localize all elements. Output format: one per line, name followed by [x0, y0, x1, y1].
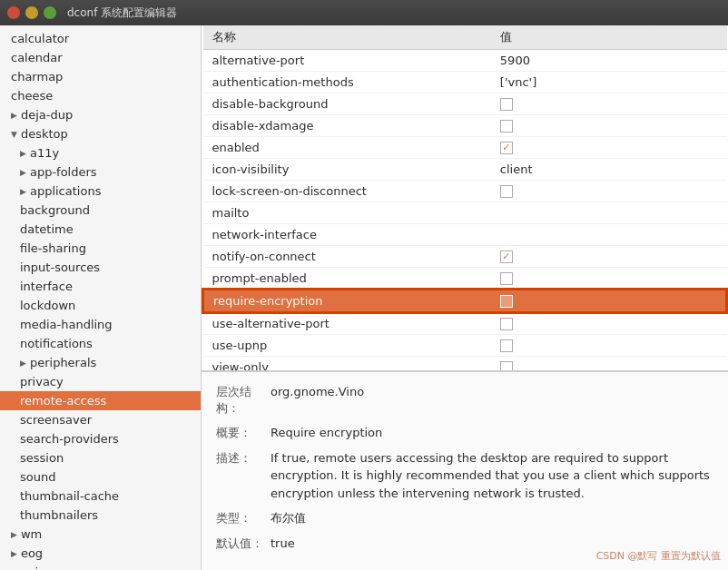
checkbox[interactable]: ✓ — [500, 142, 513, 154]
col-name-header: 名称 — [203, 25, 491, 50]
sidebar-label-screensaver: screensaver — [20, 413, 92, 427]
sidebar-item-sound[interactable]: sound — [0, 467, 201, 486]
sidebar-item-media-handling[interactable]: media-handling — [0, 315, 201, 334]
sidebar-item-evince[interactable]: evince — [0, 563, 201, 570]
sidebar-item-calculator[interactable]: calculator — [0, 29, 201, 48]
sidebar-item-screensaver[interactable]: screensaver — [0, 410, 201, 429]
checkbox[interactable] — [500, 339, 513, 352]
close-button[interactable] — [7, 6, 20, 19]
checkbox[interactable] — [500, 185, 513, 198]
table-row[interactable]: alternative-port5900 — [203, 50, 727, 72]
type-label: 类型： — [216, 509, 271, 526]
setting-value — [491, 115, 727, 137]
table-row[interactable]: icon-visibilityclient — [203, 159, 727, 181]
checkbox[interactable]: ✓ — [500, 251, 513, 263]
description-row: 描述： If true, remote users accessing the … — [216, 449, 713, 503]
sidebar-label-calculator: calculator — [11, 32, 69, 45]
table-row[interactable]: use-alternative-port — [203, 312, 727, 335]
setting-key: prompt-enabled — [203, 268, 491, 290]
checkbox-cell — [500, 361, 718, 372]
table-row[interactable]: network-interface — [203, 224, 727, 246]
setting-value — [491, 202, 727, 224]
table-row[interactable]: prompt-enabled — [203, 268, 727, 290]
sidebar-item-cheese[interactable]: cheese — [0, 86, 201, 105]
sidebar-label-thumbnailers: thumbnailers — [20, 508, 98, 522]
setting-key: use-alternative-port — [203, 312, 491, 335]
sidebar-item-wm[interactable]: wm — [0, 525, 201, 544]
checkbox-cell — [500, 295, 716, 308]
sidebar-item-charmap[interactable]: charmap — [0, 67, 201, 86]
sidebar-item-privacy[interactable]: privacy — [0, 372, 201, 391]
description-label: 描述： — [216, 449, 271, 467]
sidebar-item-interface[interactable]: interface — [0, 277, 201, 296]
sidebar-label-a11y: a11y — [30, 146, 59, 160]
sidebar-item-background[interactable]: background — [0, 201, 201, 220]
checkbox-cell: ✓ — [500, 251, 718, 263]
summary-row: 概要： Require encryption — [216, 424, 713, 442]
sidebar-item-desktop[interactable]: desktop — [0, 124, 201, 143]
setting-value: ['vnc'] — [491, 72, 727, 93]
summary-value: Require encryption — [271, 424, 713, 442]
sidebar-item-thumbnailers[interactable]: thumbnailers — [0, 506, 201, 525]
sidebar-label-calendar: calendar — [11, 51, 63, 64]
sidebar-item-input-sources[interactable]: input-sources — [0, 258, 201, 277]
sidebar-item-session[interactable]: session — [0, 448, 201, 467]
sidebar-label-privacy: privacy — [20, 375, 64, 388]
table-row[interactable]: mailto — [203, 202, 727, 224]
default-label: 默认值： — [216, 535, 271, 552]
checkbox[interactable] — [500, 318, 513, 330]
checkbox[interactable] — [500, 361, 513, 372]
setting-value: ✓ — [491, 246, 727, 268]
detail-area: 层次结构： org.gnome.Vino 概要： Require encrypt… — [202, 371, 728, 570]
sidebar-label-wm: wm — [21, 527, 42, 541]
sidebar-item-applications[interactable]: applications — [0, 182, 201, 201]
sidebar-item-datetime[interactable]: datetime — [0, 220, 201, 239]
sidebar-item-file-sharing[interactable]: file-sharing — [0, 239, 201, 258]
setting-value: ✓ — [491, 137, 727, 159]
sidebar-item-peripherals[interactable]: peripherals — [0, 353, 201, 372]
setting-key: disable-xdamage — [203, 115, 491, 137]
maximize-button[interactable] — [44, 6, 56, 19]
sidebar-item-notifications[interactable]: notifications — [0, 334, 201, 353]
table-row[interactable]: lock-screen-on-disconnect — [203, 181, 727, 202]
sidebar-label-charmap: charmap — [11, 70, 63, 84]
setting-key: alternative-port — [203, 50, 491, 72]
hierarchy-value: org.gnome.Vino — [271, 383, 713, 401]
sidebar-item-calendar[interactable]: calendar — [0, 48, 201, 67]
table-row[interactable]: authentication-methods['vnc'] — [203, 72, 727, 93]
table-row[interactable]: view-only — [203, 357, 727, 372]
checkbox[interactable] — [500, 120, 513, 133]
setting-key: require-encryption — [203, 290, 491, 312]
hierarchy-label: 层次结构： — [216, 383, 271, 417]
setting-value — [491, 335, 727, 357]
sidebar-item-eog[interactable]: eog — [0, 544, 201, 563]
sidebar-label-cheese: cheese — [11, 89, 53, 103]
summary-label: 概要： — [216, 424, 271, 441]
checkbox[interactable] — [500, 272, 513, 285]
sidebar-item-deja-dup[interactable]: deja-dup — [0, 105, 201, 124]
table-row[interactable]: enabled✓ — [203, 137, 727, 159]
checkbox[interactable] — [500, 98, 513, 111]
sidebar-item-app-folders[interactable]: app-folders — [0, 162, 201, 182]
sidebar-item-a11y[interactable]: a11y — [0, 143, 201, 162]
col-value-header: 值 — [491, 25, 727, 50]
sidebar-label-thumbnail-cache: thumbnail-cache — [20, 489, 119, 503]
sidebar-item-search-providers[interactable]: search-providers — [0, 429, 201, 448]
table-row[interactable]: disable-xdamage — [203, 115, 727, 137]
table-row[interactable]: disable-background — [203, 93, 727, 115]
minimize-button[interactable] — [25, 6, 38, 19]
table-row[interactable]: use-upnp — [203, 335, 727, 357]
sidebar-item-thumbnail-cache[interactable]: thumbnail-cache — [0, 486, 201, 506]
checkbox-cell — [500, 120, 718, 133]
sidebar-item-lockdown[interactable]: lockdown — [0, 296, 201, 315]
content-area: 名称 值 alternative-port5900authentication-… — [202, 25, 728, 570]
table-row[interactable]: notify-on-connect✓ — [203, 246, 727, 268]
checkbox[interactable] — [500, 295, 513, 308]
sidebar-label-evince: evince — [21, 565, 60, 570]
table-row[interactable]: require-encryption — [203, 290, 727, 312]
sidebar-item-remote-access[interactable]: remote-access — [0, 391, 201, 410]
setting-value: client — [491, 159, 727, 181]
titlebar: dconf 系统配置编辑器 — [0, 0, 728, 25]
default-value: true — [271, 535, 713, 553]
setting-value — [491, 290, 727, 312]
